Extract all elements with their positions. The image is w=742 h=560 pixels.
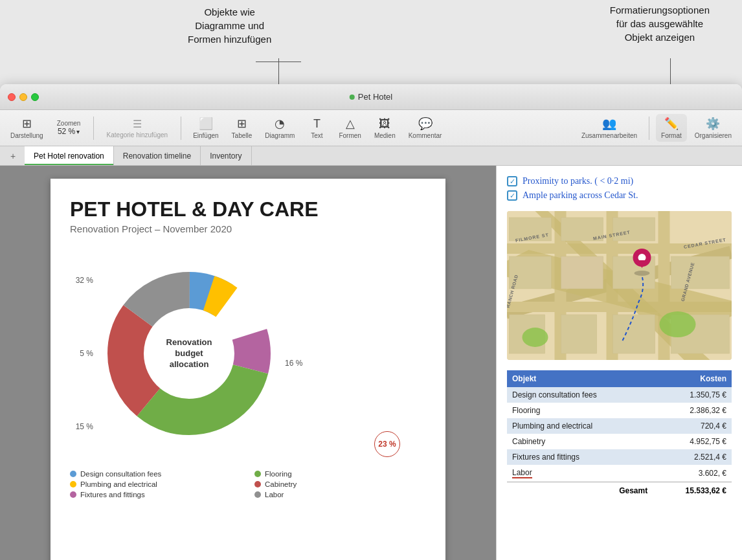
- legend-item-plumbing: Plumbing and electrical: [70, 480, 242, 488]
- table-cell-item: Design consultation fees: [507, 387, 653, 403]
- table-header-kosten: Kosten: [653, 370, 732, 387]
- window-title: Pet Hotel: [350, 92, 392, 102]
- diagramm-label: Diagramm: [265, 132, 295, 139]
- tab-renovation-timeline[interactable]: Renovation timeline: [114, 146, 201, 165]
- svg-point-33: [635, 271, 650, 276]
- chart-label-32: 32 %: [70, 276, 93, 285]
- legend-label-plumbing: Plumbing and electrical: [80, 480, 157, 488]
- checkbox-1[interactable]: ✓: [507, 176, 517, 186]
- legend-item-design: Design consultation fees: [70, 470, 242, 478]
- right-annotation-text: Formatierungsoptionenfür das ausgewählte…: [610, 3, 710, 44]
- text-button[interactable]: T Text: [302, 115, 331, 142]
- table-row: Design consultation fees 1.350,75 €: [507, 387, 732, 403]
- table-cell-cost: 3.602, €: [653, 465, 732, 482]
- legend-label-cabinetry: Cabinetry: [265, 480, 297, 488]
- checklist: ✓ Proximity to parks. ( < 0·2 mi) ✓ Ampl…: [507, 176, 732, 201]
- legend-item-flooring: Flooring: [254, 470, 426, 478]
- legend-label-labor: Labor: [265, 491, 284, 498]
- tab-inventory[interactable]: Inventory: [201, 146, 251, 165]
- kategorie-button[interactable]: ☰ Kategorie hinzufügen: [100, 115, 175, 141]
- close-button[interactable]: [8, 93, 16, 101]
- text-label: Text: [311, 132, 322, 139]
- table-cell-item: Plumbing and electrical: [507, 418, 653, 434]
- medien-button[interactable]: 🖼 Medien: [369, 115, 401, 142]
- legend-item-labor: Labor: [254, 491, 426, 498]
- chart-label-15: 15 %: [70, 422, 93, 431]
- table-cell-cost: 4.952,75 €: [653, 434, 732, 449]
- table-total-value: 15.533,62 €: [653, 482, 732, 500]
- kommentar-button[interactable]: 💬 Kommentar: [403, 114, 447, 142]
- medien-label: Medien: [374, 132, 396, 139]
- einfuegen-icon: ⬜: [199, 117, 213, 131]
- formen-label: Formen: [339, 132, 361, 139]
- kategorie-icon: ☰: [133, 118, 142, 130]
- formen-button[interactable]: △ Formen: [333, 114, 366, 142]
- einfuegen-button[interactable]: ⬜ Einfügen: [188, 114, 223, 142]
- checklist-item-2: ✓ Ample parking across Cedar St.: [507, 190, 732, 201]
- svg-rect-21: [671, 256, 730, 289]
- toolbar-divider-1: [93, 117, 94, 140]
- checklist-text-2: Ample parking across Cedar St.: [523, 190, 638, 201]
- table-cell-cost: 2.521,4 €: [653, 449, 732, 465]
- table-cell-item: Labor: [507, 465, 653, 482]
- svg-rect-17: [613, 218, 655, 241]
- zoom-label: Zoomen: [57, 120, 81, 127]
- legend-dot-cabinetry: [254, 481, 261, 487]
- table-cell-item: Cabinetry: [507, 434, 653, 449]
- zusammenarbeiten-label: Zusammenarbeiten: [581, 132, 637, 139]
- zusammenarbeiten-icon: 👥: [602, 117, 616, 131]
- formen-icon: △: [346, 117, 355, 131]
- legend-item-fixtures: Fixtures and fittings: [70, 491, 242, 498]
- tab-pet-hotel-renovation[interactable]: Pet Hotel renovation: [25, 146, 114, 165]
- table-cell-cost: 2.386,32 €: [653, 403, 732, 418]
- add-tab-button[interactable]: +: [5, 146, 21, 165]
- diagramm-button[interactable]: ◔ Diagramm: [260, 114, 300, 142]
- table-header-objekt: Objekt: [507, 370, 653, 387]
- format-icon: ✏️: [664, 117, 679, 131]
- traffic-lights: [8, 93, 39, 101]
- minimize-button[interactable]: [19, 93, 27, 101]
- svg-rect-19: [561, 256, 603, 289]
- table-row: Plumbing and electrical 720,4 €: [507, 418, 732, 434]
- page-subtitle: Renovation Project – November 2020: [70, 223, 426, 234]
- format-label: Format: [661, 132, 682, 139]
- zusammenarbeiten-button[interactable]: 👥 Zusammenarbeiten: [576, 114, 642, 142]
- legend-label-design: Design consultation fees: [80, 470, 161, 478]
- left-bracket: [256, 62, 301, 62]
- kommentar-label: Kommentar: [409, 132, 442, 139]
- main-window: Pet Hotel ⊞ Darstellung Zoomen 52 % ▾ ☰ …: [0, 84, 742, 560]
- svg-rect-23: [561, 315, 597, 353]
- format-button[interactable]: ✏️ Format: [656, 114, 687, 142]
- table-cell-item: Flooring: [507, 403, 653, 418]
- darstellung-label: Darstellung: [10, 132, 43, 139]
- table-row: Labor 3.602, €: [507, 465, 732, 482]
- organisieren-label: Organisieren: [695, 132, 732, 139]
- darstellung-icon: ⊞: [22, 117, 32, 131]
- table-row: Flooring 2.386,32 €: [507, 403, 732, 418]
- checklist-item-1: ✓ Proximity to parks. ( < 0·2 mi): [507, 176, 732, 186]
- table-row: Cabinetry 4.952,75 €: [507, 434, 732, 449]
- zoom-button[interactable]: Zoomen 52 % ▾: [51, 117, 87, 139]
- checkbox-2[interactable]: ✓: [507, 190, 517, 201]
- page-title: PET HOTEL & DAY CARE: [70, 198, 426, 221]
- table-cell-item: Fixtures and fittings: [507, 449, 653, 465]
- einfuegen-label: Einfügen: [193, 132, 218, 139]
- checklist-text-1: Proximity to parks. ( < 0·2 mi): [523, 176, 633, 186]
- legend-dot-design: [70, 471, 76, 477]
- document-canvas[interactable]: PET HOTEL & DAY CARE Renovation Project …: [0, 166, 496, 560]
- kommentar-icon: 💬: [418, 117, 433, 131]
- tabelle-button[interactable]: ⊞ Tabelle: [227, 114, 258, 142]
- organisieren-icon: ⚙️: [706, 117, 720, 131]
- organisieren-button[interactable]: ⚙️ Organisieren: [690, 114, 737, 142]
- svg-rect-24: [613, 315, 655, 353]
- table-cell-cost: 1.350,75 €: [653, 387, 732, 403]
- content-area: PET HOTEL & DAY CARE Renovation Project …: [0, 166, 742, 560]
- map-container: FILMORE ST MAIN STREET CEDAR STREET RANC…: [507, 211, 732, 360]
- table-total-row: Gesamt 15.533,62 €: [507, 482, 732, 500]
- maximize-button[interactable]: [31, 93, 39, 101]
- text-icon: T: [313, 117, 320, 131]
- donut-center-text: Renovation budget allocation: [157, 337, 221, 370]
- donut-chart: Renovation budget allocation: [98, 263, 280, 444]
- cost-table: Objekt Kosten Design consultation fees 1…: [507, 370, 732, 499]
- darstellung-button[interactable]: ⊞ Darstellung: [5, 114, 49, 142]
